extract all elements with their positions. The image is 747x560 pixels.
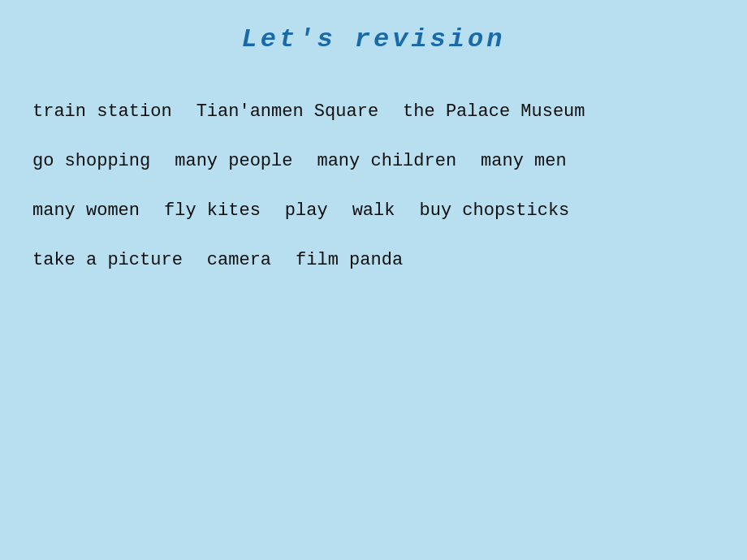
vocab-item-3-1: camera	[207, 250, 271, 270]
vocab-item-2-1: fly kites	[164, 200, 261, 221]
vocab-item-2-2: play	[285, 200, 328, 221]
vocab-item-1-1: many people	[175, 151, 292, 171]
vocab-grid: train stationTian'anmen Squarethe Palace…	[32, 87, 715, 285]
vocab-item-1-2: many children	[317, 151, 456, 171]
vocab-row-2: many womenfly kitesplaywalkbuy chopstick…	[32, 186, 715, 235]
vocab-row-3: take a picturecamerafilm panda	[32, 235, 715, 285]
vocab-row-1: go shoppingmany peoplemany childrenmany …	[32, 136, 715, 186]
vocab-item-3-0: take a picture	[32, 250, 183, 270]
vocab-item-1-0: go shopping	[32, 151, 150, 171]
vocab-item-0-0: train station	[32, 101, 172, 122]
page: Let's revision train stationTian'anmen S…	[0, 0, 747, 560]
vocab-item-2-0: many women	[32, 200, 140, 221]
vocab-item-1-3: many men	[481, 151, 567, 171]
vocab-item-3-2: film panda	[296, 250, 403, 270]
vocab-row-0: train stationTian'anmen Squarethe Palace…	[32, 87, 715, 136]
vocab-item-0-2: the Palace Museum	[403, 101, 585, 122]
vocab-item-2-3: walk	[352, 200, 395, 221]
vocab-item-2-4: buy chopsticks	[419, 200, 569, 221]
page-title: Let's revision	[32, 24, 715, 54]
vocab-item-0-1: Tian'anmen Square	[196, 101, 378, 122]
